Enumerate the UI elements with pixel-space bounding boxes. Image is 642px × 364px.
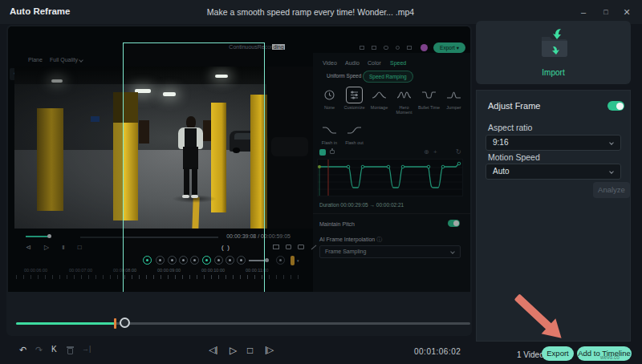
close-icon[interactable]: ✕ (618, 5, 636, 19)
jump-end-icon[interactable]: →| (82, 345, 91, 353)
chevron-down-icon (609, 169, 614, 174)
stop-icon[interactable]: □ (247, 345, 253, 356)
preset-none: None (318, 87, 341, 110)
embedded-tab-audio: Audio (345, 60, 360, 66)
aspect-ratio-label: Aspect ratio (488, 123, 532, 132)
yellow-pillar (37, 108, 63, 211)
play-icon[interactable]: ▷ (230, 345, 237, 356)
embedded-view-icons (273, 245, 317, 249)
maximize-icon[interactable]: □ (597, 5, 615, 19)
prev-frame-icon[interactable]: ◁| (209, 345, 217, 355)
seek-progress (16, 322, 115, 325)
embedded-quality-dropdown: Full Quality (50, 57, 83, 63)
preset-customize: Customize (343, 87, 366, 110)
maintain-pitch-label: Maintain Pitch (319, 221, 355, 227)
ai-interpolation-label: AI Frame Interpolation ⓘ (319, 236, 382, 244)
video-preview[interactable]: ContinuousRecording Export ▾ Plane Full … (8, 26, 470, 292)
keyframe-icon (319, 149, 326, 156)
montage-curve-icon (371, 87, 388, 103)
blue-sign (91, 116, 100, 122)
next-frame-icon[interactable]: |▷ (265, 345, 274, 355)
adjust-frame-toggle[interactable] (607, 101, 624, 111)
watermark: wevd.co (600, 354, 620, 360)
adjust-frame-label: Adjust Frame (488, 101, 540, 111)
preset-jumper: Jumper (442, 87, 465, 110)
flash-out-curve-icon (346, 122, 363, 139)
embedded-plane-dropdown: Plane (28, 57, 43, 63)
import-folder-icon (537, 27, 572, 61)
page-title: Auto Reframe (10, 6, 70, 16)
delete-icon[interactable] (67, 346, 73, 352)
clock-tool-icon (276, 256, 285, 265)
clock-icon (321, 87, 338, 103)
embedded-tab-video: Video (323, 60, 337, 66)
customize-icon (346, 87, 363, 103)
embedded-toolbar-icons (360, 46, 417, 50)
divider (313, 213, 470, 214)
preview-card: ContinuousRecording Export ▾ Plane Full … (6, 25, 472, 336)
flash-in-curve-icon (321, 122, 338, 139)
razor-icon[interactable]: K (51, 345, 57, 354)
redo-icon[interactable]: ↷ (35, 345, 43, 355)
parked-car-dark (271, 137, 308, 156)
preset-bullet-time: Bullet Time (417, 87, 441, 110)
preset-hero-moment: Hero Moment (392, 87, 416, 115)
zoom-slider-knob (265, 258, 269, 262)
info-icon: ⓘ (376, 237, 382, 242)
bullet-time-curve-icon (421, 87, 437, 103)
embedded-mini-slider (26, 236, 48, 237)
seek-knob[interactable] (120, 317, 130, 328)
speed-ramp-graph (317, 159, 463, 196)
zoom-icon: ⊕ (424, 148, 429, 156)
reframe-crop-box[interactable] (123, 42, 265, 292)
maintain-pitch-toggle (448, 220, 460, 227)
undo-icon[interactable]: ↶ (19, 345, 26, 355)
embedded-mini-slider-knob (47, 234, 51, 238)
duration-readout: Duration 00:00:29:05 → 00:00:02:21 (319, 202, 404, 208)
motion-speed-select[interactable]: Auto (486, 164, 621, 180)
window-subtitle: Make a smooth speed ramp every time! Won… (160, 7, 461, 17)
ceiling-light (51, 79, 63, 83)
preset-flash-in: Flash in (318, 122, 341, 145)
reset-icon: ↻ (456, 148, 461, 156)
motion-speed-label: Motion Speed (488, 152, 540, 162)
seek-orange-marker (114, 318, 116, 329)
import-label: Import (476, 68, 631, 77)
lock-icon (330, 150, 335, 154)
export-button[interactable]: Export (542, 346, 574, 361)
embedded-export-button: Export ▾ (433, 42, 465, 53)
embedded-tab-speed: Speed (390, 60, 406, 66)
minimize-icon[interactable]: – (575, 5, 592, 19)
preset-montage: Montage (368, 87, 391, 110)
jumper-curve-icon (445, 87, 462, 103)
embedded-avatar (421, 44, 428, 51)
aspect-ratio-select[interactable]: 9:16 (486, 135, 621, 151)
embedded-speed-ramping: Speed Ramping (363, 71, 413, 83)
chevron-down-icon (609, 140, 614, 145)
marker-icon (291, 256, 295, 265)
embedded-tab-color: Color (368, 60, 381, 66)
preset-flash-out: Flash out (343, 122, 366, 145)
analyze-button[interactable]: Analyze (593, 182, 630, 198)
auto-reframe-window: Auto Reframe Make a smooth speed ramp ev… (0, 0, 642, 364)
embedded-play-controls: ⊲ ▷ ‖ □ (26, 245, 87, 251)
embedded-uniform-speed: Uniform Speed (321, 71, 367, 81)
hero-moment-curve-icon (396, 87, 412, 103)
